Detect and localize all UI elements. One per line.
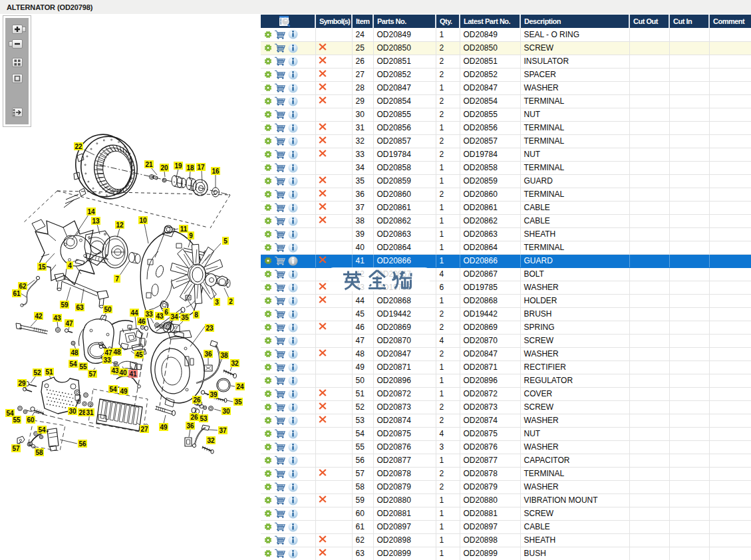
svg-text:2: 2 — [229, 298, 233, 305]
svg-text:13: 13 — [92, 217, 100, 225]
svg-text:16: 16 — [212, 168, 220, 175]
svg-text:49: 49 — [160, 424, 168, 431]
svg-text:37: 37 — [219, 427, 227, 434]
svg-text:19: 19 — [174, 162, 182, 170]
svg-text:29: 29 — [18, 380, 26, 387]
svg-text:47: 47 — [104, 349, 112, 356]
svg-text:54: 54 — [109, 386, 117, 393]
svg-text:15: 15 — [38, 263, 46, 271]
svg-text:32: 32 — [207, 437, 215, 444]
svg-text:31: 31 — [86, 409, 94, 416]
svg-text:35: 35 — [234, 398, 242, 406]
svg-text:10: 10 — [139, 217, 147, 224]
svg-text:53: 53 — [200, 415, 208, 422]
svg-text:33: 33 — [103, 356, 111, 364]
svg-text:58: 58 — [35, 449, 43, 456]
svg-text:38: 38 — [220, 352, 228, 359]
svg-text:54: 54 — [69, 360, 77, 368]
svg-text:12: 12 — [116, 221, 124, 229]
svg-text:30: 30 — [69, 408, 76, 415]
svg-text:3: 3 — [215, 299, 219, 306]
svg-text:40: 40 — [119, 369, 127, 376]
svg-text:14: 14 — [87, 208, 95, 215]
svg-text:60: 60 — [27, 416, 35, 424]
svg-text:52: 52 — [33, 369, 41, 376]
svg-text:57: 57 — [12, 445, 20, 452]
svg-text:55: 55 — [13, 416, 21, 424]
svg-text:9: 9 — [189, 232, 193, 239]
svg-text:33: 33 — [145, 311, 153, 318]
svg-text:48: 48 — [113, 349, 121, 356]
svg-text:26: 26 — [190, 414, 198, 421]
svg-text:59: 59 — [61, 301, 69, 309]
svg-text:35: 35 — [181, 314, 189, 321]
svg-text:51: 51 — [45, 368, 53, 376]
svg-text:7: 7 — [115, 275, 119, 283]
svg-text:36: 36 — [186, 422, 194, 430]
svg-text:20: 20 — [160, 164, 168, 172]
svg-text:45: 45 — [135, 351, 143, 358]
svg-text:34: 34 — [170, 313, 178, 321]
svg-text:48: 48 — [71, 349, 78, 356]
svg-text:5: 5 — [224, 237, 227, 245]
svg-text:46: 46 — [138, 318, 146, 325]
svg-text:44: 44 — [130, 309, 138, 317]
svg-text:24: 24 — [236, 383, 244, 390]
svg-text:11: 11 — [180, 225, 188, 233]
svg-text:42: 42 — [35, 313, 43, 320]
svg-text:27: 27 — [140, 426, 148, 433]
svg-text:54: 54 — [38, 426, 46, 434]
svg-text:47: 47 — [65, 320, 73, 327]
svg-text:55: 55 — [79, 363, 87, 370]
svg-text:17: 17 — [197, 164, 205, 171]
svg-text:41: 41 — [129, 370, 137, 378]
svg-text:63: 63 — [76, 304, 84, 311]
svg-text:22: 22 — [75, 143, 82, 150]
svg-text:57: 57 — [88, 370, 96, 378]
svg-text:30: 30 — [222, 408, 230, 415]
svg-text:32: 32 — [231, 360, 239, 367]
svg-text:39: 39 — [210, 391, 218, 398]
svg-text:36: 36 — [204, 350, 212, 358]
svg-text:4: 4 — [68, 262, 72, 269]
svg-text:62: 62 — [19, 283, 27, 290]
svg-text:56: 56 — [78, 440, 86, 448]
svg-text:26: 26 — [193, 396, 201, 404]
svg-text:21: 21 — [145, 161, 153, 168]
svg-text:6: 6 — [164, 309, 168, 316]
svg-text:43: 43 — [156, 313, 164, 320]
svg-text:61: 61 — [13, 290, 21, 297]
svg-text:49: 49 — [120, 388, 128, 395]
svg-text:43: 43 — [53, 315, 61, 322]
svg-text:8: 8 — [194, 311, 198, 319]
svg-text:18: 18 — [186, 164, 194, 172]
svg-text:43: 43 — [111, 367, 119, 374]
svg-text:50: 50 — [104, 306, 112, 313]
svg-text:23: 23 — [206, 325, 214, 332]
